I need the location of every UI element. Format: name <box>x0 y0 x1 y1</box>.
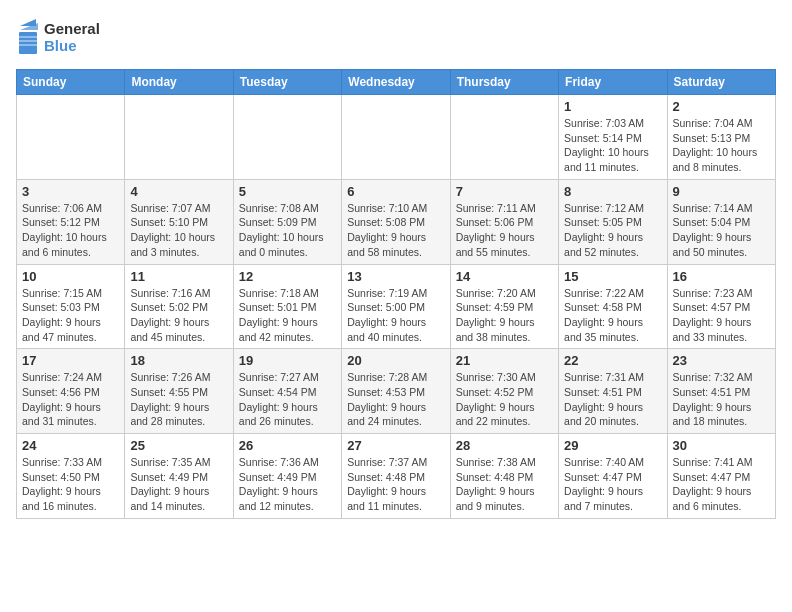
calendar-cell: 20Sunrise: 7:28 AM Sunset: 4:53 PM Dayli… <box>342 349 450 434</box>
day-header-monday: Monday <box>125 70 233 95</box>
day-number: 3 <box>22 184 119 199</box>
day-info: Sunrise: 7:33 AM Sunset: 4:50 PM Dayligh… <box>22 455 119 514</box>
day-header-tuesday: Tuesday <box>233 70 341 95</box>
day-info: Sunrise: 7:18 AM Sunset: 5:01 PM Dayligh… <box>239 286 336 345</box>
day-number: 21 <box>456 353 553 368</box>
calendar-cell: 14Sunrise: 7:20 AM Sunset: 4:59 PM Dayli… <box>450 264 558 349</box>
day-number: 14 <box>456 269 553 284</box>
day-info: Sunrise: 7:38 AM Sunset: 4:48 PM Dayligh… <box>456 455 553 514</box>
day-info: Sunrise: 7:26 AM Sunset: 4:55 PM Dayligh… <box>130 370 227 429</box>
calendar-cell <box>125 95 233 180</box>
header: General Blue <box>16 16 776 61</box>
day-header-saturday: Saturday <box>667 70 775 95</box>
day-info: Sunrise: 7:28 AM Sunset: 4:53 PM Dayligh… <box>347 370 444 429</box>
day-number: 29 <box>564 438 661 453</box>
day-info: Sunrise: 7:31 AM Sunset: 4:51 PM Dayligh… <box>564 370 661 429</box>
calendar-cell: 28Sunrise: 7:38 AM Sunset: 4:48 PM Dayli… <box>450 434 558 519</box>
svg-text:Blue: Blue <box>44 37 77 54</box>
calendar-cell: 29Sunrise: 7:40 AM Sunset: 4:47 PM Dayli… <box>559 434 667 519</box>
calendar-cell <box>450 95 558 180</box>
calendar-cell: 16Sunrise: 7:23 AM Sunset: 4:57 PM Dayli… <box>667 264 775 349</box>
day-number: 23 <box>673 353 770 368</box>
calendar-cell: 23Sunrise: 7:32 AM Sunset: 4:51 PM Dayli… <box>667 349 775 434</box>
day-number: 11 <box>130 269 227 284</box>
day-info: Sunrise: 7:35 AM Sunset: 4:49 PM Dayligh… <box>130 455 227 514</box>
week-row-1: 1Sunrise: 7:03 AM Sunset: 5:14 PM Daylig… <box>17 95 776 180</box>
day-info: Sunrise: 7:11 AM Sunset: 5:06 PM Dayligh… <box>456 201 553 260</box>
day-info: Sunrise: 7:36 AM Sunset: 4:49 PM Dayligh… <box>239 455 336 514</box>
day-number: 27 <box>347 438 444 453</box>
calendar-cell: 5Sunrise: 7:08 AM Sunset: 5:09 PM Daylig… <box>233 179 341 264</box>
calendar: SundayMondayTuesdayWednesdayThursdayFrid… <box>16 69 776 519</box>
day-number: 7 <box>456 184 553 199</box>
day-info: Sunrise: 7:23 AM Sunset: 4:57 PM Dayligh… <box>673 286 770 345</box>
calendar-cell: 12Sunrise: 7:18 AM Sunset: 5:01 PM Dayli… <box>233 264 341 349</box>
calendar-cell: 27Sunrise: 7:37 AM Sunset: 4:48 PM Dayli… <box>342 434 450 519</box>
week-row-2: 3Sunrise: 7:06 AM Sunset: 5:12 PM Daylig… <box>17 179 776 264</box>
logo-svg: General Blue <box>16 16 146 61</box>
calendar-cell <box>17 95 125 180</box>
day-info: Sunrise: 7:08 AM Sunset: 5:09 PM Dayligh… <box>239 201 336 260</box>
day-number: 4 <box>130 184 227 199</box>
calendar-cell: 6Sunrise: 7:10 AM Sunset: 5:08 PM Daylig… <box>342 179 450 264</box>
day-info: Sunrise: 7:14 AM Sunset: 5:04 PM Dayligh… <box>673 201 770 260</box>
logo: General Blue <box>16 16 146 61</box>
day-number: 2 <box>673 99 770 114</box>
svg-rect-7 <box>19 44 37 46</box>
day-number: 16 <box>673 269 770 284</box>
day-info: Sunrise: 7:04 AM Sunset: 5:13 PM Dayligh… <box>673 116 770 175</box>
calendar-cell: 10Sunrise: 7:15 AM Sunset: 5:03 PM Dayli… <box>17 264 125 349</box>
day-number: 30 <box>673 438 770 453</box>
day-header-thursday: Thursday <box>450 70 558 95</box>
day-number: 24 <box>22 438 119 453</box>
day-number: 13 <box>347 269 444 284</box>
day-number: 26 <box>239 438 336 453</box>
day-info: Sunrise: 7:20 AM Sunset: 4:59 PM Dayligh… <box>456 286 553 345</box>
day-number: 17 <box>22 353 119 368</box>
calendar-cell: 9Sunrise: 7:14 AM Sunset: 5:04 PM Daylig… <box>667 179 775 264</box>
day-number: 25 <box>130 438 227 453</box>
calendar-cell <box>342 95 450 180</box>
day-header-sunday: Sunday <box>17 70 125 95</box>
day-info: Sunrise: 7:22 AM Sunset: 4:58 PM Dayligh… <box>564 286 661 345</box>
day-info: Sunrise: 7:41 AM Sunset: 4:47 PM Dayligh… <box>673 455 770 514</box>
week-row-4: 17Sunrise: 7:24 AM Sunset: 4:56 PM Dayli… <box>17 349 776 434</box>
calendar-cell: 24Sunrise: 7:33 AM Sunset: 4:50 PM Dayli… <box>17 434 125 519</box>
calendar-cell: 26Sunrise: 7:36 AM Sunset: 4:49 PM Dayli… <box>233 434 341 519</box>
day-number: 18 <box>130 353 227 368</box>
day-info: Sunrise: 7:15 AM Sunset: 5:03 PM Dayligh… <box>22 286 119 345</box>
calendar-cell: 21Sunrise: 7:30 AM Sunset: 4:52 PM Dayli… <box>450 349 558 434</box>
day-info: Sunrise: 7:19 AM Sunset: 5:00 PM Dayligh… <box>347 286 444 345</box>
day-number: 5 <box>239 184 336 199</box>
day-info: Sunrise: 7:06 AM Sunset: 5:12 PM Dayligh… <box>22 201 119 260</box>
day-number: 9 <box>673 184 770 199</box>
svg-rect-6 <box>19 40 37 42</box>
svg-rect-4 <box>19 32 37 54</box>
day-info: Sunrise: 7:12 AM Sunset: 5:05 PM Dayligh… <box>564 201 661 260</box>
day-number: 19 <box>239 353 336 368</box>
day-headers-row: SundayMondayTuesdayWednesdayThursdayFrid… <box>17 70 776 95</box>
day-number: 28 <box>456 438 553 453</box>
calendar-cell: 30Sunrise: 7:41 AM Sunset: 4:47 PM Dayli… <box>667 434 775 519</box>
day-info: Sunrise: 7:30 AM Sunset: 4:52 PM Dayligh… <box>456 370 553 429</box>
calendar-cell: 15Sunrise: 7:22 AM Sunset: 4:58 PM Dayli… <box>559 264 667 349</box>
calendar-cell: 3Sunrise: 7:06 AM Sunset: 5:12 PM Daylig… <box>17 179 125 264</box>
day-header-wednesday: Wednesday <box>342 70 450 95</box>
day-info: Sunrise: 7:37 AM Sunset: 4:48 PM Dayligh… <box>347 455 444 514</box>
calendar-cell: 18Sunrise: 7:26 AM Sunset: 4:55 PM Dayli… <box>125 349 233 434</box>
svg-rect-5 <box>19 36 37 38</box>
day-info: Sunrise: 7:32 AM Sunset: 4:51 PM Dayligh… <box>673 370 770 429</box>
day-number: 1 <box>564 99 661 114</box>
day-info: Sunrise: 7:27 AM Sunset: 4:54 PM Dayligh… <box>239 370 336 429</box>
calendar-cell <box>233 95 341 180</box>
day-number: 22 <box>564 353 661 368</box>
day-number: 6 <box>347 184 444 199</box>
day-number: 8 <box>564 184 661 199</box>
week-row-5: 24Sunrise: 7:33 AM Sunset: 4:50 PM Dayli… <box>17 434 776 519</box>
calendar-cell: 19Sunrise: 7:27 AM Sunset: 4:54 PM Dayli… <box>233 349 341 434</box>
day-number: 20 <box>347 353 444 368</box>
day-info: Sunrise: 7:24 AM Sunset: 4:56 PM Dayligh… <box>22 370 119 429</box>
calendar-cell: 13Sunrise: 7:19 AM Sunset: 5:00 PM Dayli… <box>342 264 450 349</box>
day-number: 12 <box>239 269 336 284</box>
calendar-cell: 22Sunrise: 7:31 AM Sunset: 4:51 PM Dayli… <box>559 349 667 434</box>
